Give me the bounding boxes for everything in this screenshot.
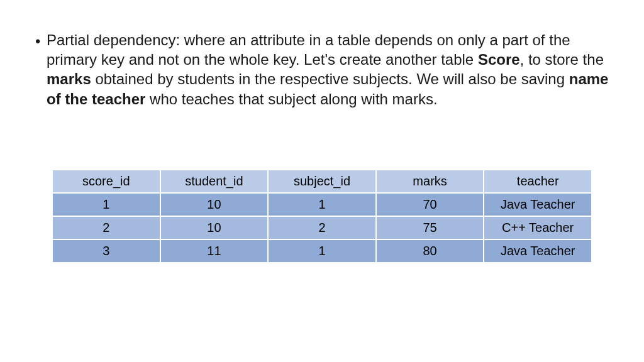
col-header-marks: marks [376,170,484,193]
table-row: 2 10 2 75 C++ Teacher [52,216,592,239]
bullet-text: Partial dependency: where an attribute i… [47,30,609,109]
cell-marks: 75 [376,216,484,239]
col-header-subject-id: subject_id [268,170,376,193]
cell-subject-id: 1 [268,239,376,263]
col-header-score-id: score_id [52,170,160,193]
bullet-bold-1: Score [478,51,520,68]
bullet-block: • Partial dependency: where an attribute… [35,30,609,109]
cell-student-id: 10 [160,216,269,239]
cell-marks: 80 [376,239,484,263]
cell-score-id: 3 [52,239,160,263]
cell-subject-id: 1 [268,193,376,216]
cell-score-id: 2 [52,216,160,239]
cell-teacher: Java Teacher [484,239,592,263]
bullet-text-2: , to store the [520,51,604,68]
score-table: score_id student_id subject_id marks tea… [52,169,592,263]
bullet-text-3: obtained by students in the respective s… [91,70,569,87]
cell-score-id: 1 [52,193,160,216]
cell-marks: 70 [376,193,484,216]
slide: • Partial dependency: where an attribute… [0,0,644,362]
bullet-text-4: who teaches that subject along with mark… [145,90,437,107]
col-header-teacher: teacher [484,170,592,193]
cell-student-id: 10 [160,193,269,216]
cell-teacher: Java Teacher [484,193,592,216]
table-row: 1 10 1 70 Java Teacher [52,193,592,216]
score-table-wrap: score_id student_id subject_id marks tea… [52,169,592,263]
cell-subject-id: 2 [268,216,376,239]
cell-student-id: 11 [160,239,269,263]
cell-teacher: C++ Teacher [484,216,592,239]
col-header-student-id: student_id [160,170,269,193]
bullet-bold-2: marks [47,70,91,87]
table-header-row: score_id student_id subject_id marks tea… [52,170,592,193]
table-row: 3 11 1 80 Java Teacher [52,239,592,263]
bullet-dot-icon: • [35,31,47,51]
